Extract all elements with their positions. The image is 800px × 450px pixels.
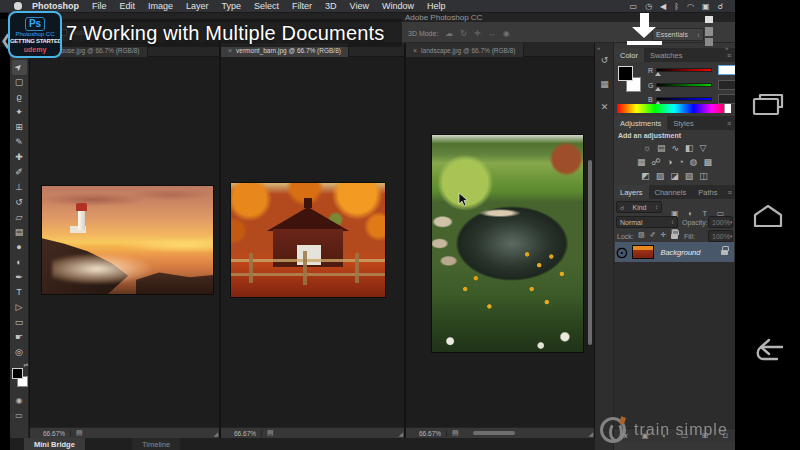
3d-camera-icon[interactable]: ◉ — [503, 29, 510, 38]
color-fg-swatch[interactable] — [618, 66, 633, 81]
photo-filter-icon[interactable]: ◔ — [678, 157, 683, 168]
menu-select[interactable]: Select — [254, 0, 279, 13]
threshold-icon[interactable]: ◪ — [670, 171, 679, 182]
input-source-icon[interactable]: ▣ — [702, 0, 710, 13]
zoom-tool[interactable]: ◎ — [12, 345, 27, 360]
tab-mini-bridge[interactable]: Mini Bridge — [24, 438, 85, 450]
recents-button[interactable] — [749, 92, 787, 118]
rectangle-tool[interactable]: ▭ — [12, 315, 27, 330]
tab-styles[interactable]: Styles — [667, 116, 699, 130]
zoom-level[interactable]: 66.67% — [234, 430, 256, 437]
close-icon[interactable]: × — [228, 47, 232, 54]
zoom-level[interactable]: 66.67% — [419, 430, 441, 437]
brush-tool[interactable]: ✐ — [12, 165, 27, 180]
lasso-tool[interactable]: ϱ — [12, 90, 27, 105]
panel-menu-icon[interactable]: ≡ — [723, 185, 735, 199]
vibrance-icon[interactable]: ▽ — [699, 143, 706, 154]
display-icon[interactable]: ▭ — [630, 0, 638, 13]
document-pane-landscape[interactable]: × landscape.jpg @ 66.7% (RGB/8) 66.67% ▤… — [406, 43, 594, 438]
back-button[interactable] — [749, 338, 787, 365]
menu-image[interactable]: Image — [148, 0, 173, 13]
tab-timeline[interactable]: Timeline — [132, 438, 180, 450]
eyedropper-tool[interactable]: ✎ — [12, 135, 27, 150]
screen-mode-button[interactable]: ▭ — [15, 411, 23, 420]
collapse-right-icon[interactable]: » — [725, 45, 728, 51]
lock-transparency-icon[interactable]: ▨ — [638, 231, 645, 239]
3d-slide-icon[interactable]: ↔ — [488, 29, 496, 38]
zoom-level[interactable]: 66.67% — [43, 430, 65, 437]
menu-file[interactable]: File — [92, 0, 107, 13]
filter-type-icon[interactable]: T — [702, 209, 707, 218]
channel-slider-r[interactable]: R 0 — [648, 65, 742, 75]
eraser-tool[interactable]: ▱ — [12, 210, 27, 225]
landscape-image[interactable] — [432, 135, 583, 352]
history-panel-icon[interactable]: ↺ — [595, 55, 614, 65]
vermont-barn-image[interactable] — [231, 183, 385, 297]
foreground-color-swatch[interactable] — [12, 368, 23, 379]
spotlight-icon[interactable]: ☌ — [718, 0, 723, 13]
tab-layers[interactable]: Layers — [614, 185, 649, 199]
3d-pan-icon[interactable]: ✛ — [474, 29, 481, 38]
channel-track-g[interactable] — [656, 83, 712, 87]
menu-help[interactable]: Help — [427, 0, 446, 13]
3d-roll-icon[interactable]: ↻ — [460, 29, 467, 38]
crop-tool[interactable]: ⊞ — [12, 120, 27, 135]
lock-paint-icon[interactable]: ✐ — [650, 231, 656, 239]
channel-slider-b[interactable]: B 0 — [648, 94, 742, 104]
quick-mask-button[interactable]: ◉ — [16, 396, 23, 405]
history-brush-tool[interactable]: ↺ — [12, 195, 27, 210]
color-lookup-icon[interactable]: ▩ — [703, 157, 712, 168]
tab-swatches[interactable]: Swatches — [644, 48, 689, 62]
channel-track-b[interactable] — [656, 97, 712, 101]
apple-icon[interactable] — [14, 2, 22, 10]
color-balance-icon[interactable]: ☍ — [652, 157, 661, 168]
brightness-contrast-icon[interactable]: ☼ — [643, 143, 651, 154]
tab-color[interactable]: Color — [614, 48, 644, 62]
posterize-icon[interactable]: ▨ — [656, 171, 665, 182]
fill-dropdown[interactable]: 100% ▾ — [708, 230, 733, 242]
gradient-tool[interactable]: ▤ — [12, 225, 27, 240]
menu-view[interactable]: View — [350, 0, 369, 13]
path-selection-tool[interactable]: ▷ — [12, 300, 27, 315]
tool-presets-panel-icon[interactable]: ✕ — [595, 102, 614, 112]
levels-icon[interactable]: ▤ — [657, 143, 666, 154]
close-icon[interactable]: × — [413, 47, 417, 54]
horizontal-scrollbar[interactable] — [473, 431, 515, 435]
menu-type[interactable]: Type — [222, 0, 242, 13]
channel-mixer-icon[interactable]: ◍ — [690, 157, 698, 168]
resize-grip-icon[interactable]: ◢ — [213, 431, 218, 437]
resize-grip-icon[interactable]: ◢ — [398, 431, 403, 437]
tab-landscape[interactable]: × landscape.jpg @ 66.7% (RGB/8) — [406, 43, 524, 57]
curves-icon[interactable]: ∿ — [671, 143, 679, 154]
wifi-icon[interactable]: ◠ — [687, 0, 694, 13]
home-button[interactable] — [749, 202, 787, 230]
spot-healing-brush-tool[interactable]: ✚ — [12, 150, 27, 165]
layer-row-background[interactable]: ⊙ Background — [615, 242, 734, 262]
doc-status-icon[interactable]: ▤ — [76, 429, 83, 437]
quick-selection-tool[interactable]: ✦ — [12, 105, 27, 120]
hand-tool[interactable]: ☛ — [12, 330, 27, 345]
menu-3d[interactable]: 3D — [325, 0, 337, 13]
doc-status-icon[interactable]: ▤ — [267, 429, 274, 437]
invert-icon[interactable]: ◩ — [641, 171, 650, 182]
bluetooth-icon[interactable]: ᛒ — [674, 0, 679, 13]
panel-menu-icon[interactable]: ≡ — [723, 116, 735, 130]
channel-track-r[interactable] — [656, 68, 712, 72]
type-tool[interactable]: T — [12, 285, 27, 300]
menu-window[interactable]: Window — [382, 0, 414, 13]
menu-edit[interactable]: Edit — [120, 0, 136, 13]
lock-all-icon[interactable] — [671, 234, 678, 239]
move-tool[interactable]: ➤ — [12, 60, 27, 75]
hue-saturation-icon[interactable]: ▦ — [637, 157, 646, 168]
document-pane-vermont-barn[interactable]: × vermont_barn.jpg @ 66.7% (RGB/8) 66.67… — [221, 43, 404, 438]
resize-grip-icon[interactable]: ◢ — [588, 431, 593, 437]
tab-paths[interactable]: Paths — [692, 185, 723, 199]
blend-mode-dropdown[interactable]: Normal ↕ — [616, 216, 678, 228]
black-white-icon[interactable]: ◑ — [667, 157, 672, 168]
menu-layer[interactable]: Layer — [186, 0, 209, 13]
collapse-left-icon[interactable]: « — [597, 45, 600, 51]
time-machine-icon[interactable]: ◷ — [645, 0, 652, 13]
swap-colors-icon[interactable]: ⇄ — [23, 361, 28, 368]
blur-tool[interactable]: ● — [12, 240, 27, 255]
tab-adjustments[interactable]: Adjustments — [614, 116, 667, 130]
